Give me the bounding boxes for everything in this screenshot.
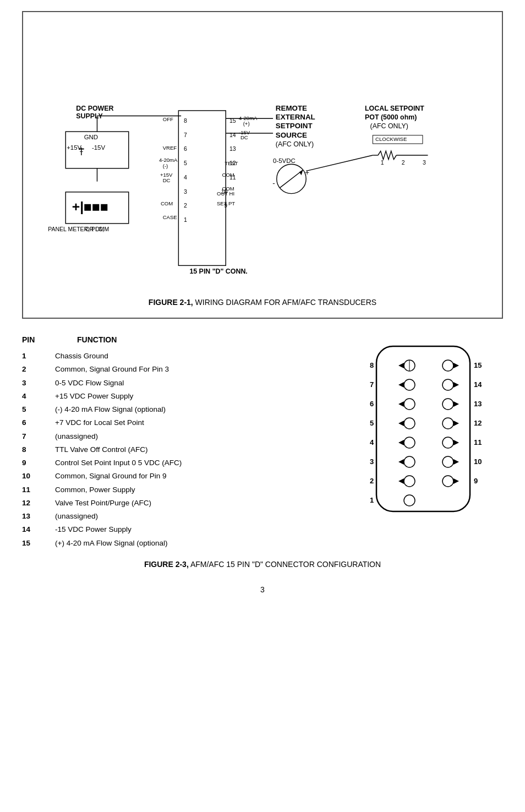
pin-function: (unassigned) — [55, 511, 338, 522]
pin-function: 0-5 VDC Flow Signal — [55, 378, 338, 389]
svg-point-109 — [442, 456, 453, 467]
pin-function: (-) 4-20 mA Flow Signal (optional) — [55, 404, 338, 415]
pin-function: (unassigned) — [55, 431, 338, 442]
svg-text:GND: GND — [84, 134, 98, 140]
table-row: 15(+) 4-20 mA Flow Signal (optional) — [22, 538, 338, 549]
pin-function: Chassis Ground — [55, 351, 338, 362]
func-col-header: FUNCTION — [77, 335, 117, 344]
pin-rows: 1Chassis Ground2Common, Signal Ground Fo… — [22, 351, 338, 549]
svg-text:OUT HI: OUT HI — [217, 190, 234, 197]
svg-text:1: 1 — [381, 160, 384, 166]
svg-text:+|■■■: +|■■■ — [72, 199, 108, 214]
wiring-diagram: DC POWER SUPPLY GND +15V -15V +|■■■ PANE… — [34, 23, 491, 289]
svg-marker-112 — [453, 478, 459, 484]
svg-text:2: 2 — [402, 160, 405, 166]
svg-text:COM: COM — [161, 200, 173, 206]
pin-number: 9 — [22, 457, 44, 468]
connector-diagram-svg: 8 7 6 5 4 3 2 1 15 — [360, 335, 503, 522]
svg-text:8: 8 — [370, 361, 374, 369]
connector-diagram: 8 7 6 5 4 3 2 1 15 — [360, 335, 503, 524]
pin-number: 1 — [22, 351, 44, 362]
table-row: 11Common, Power Supply — [22, 484, 338, 495]
svg-text:3: 3 — [370, 457, 374, 466]
pin-function: Common, Signal Ground For Pin 3 — [55, 364, 338, 375]
svg-marker-110 — [453, 459, 459, 465]
svg-text:9: 9 — [474, 477, 478, 485]
svg-text:5: 5 — [370, 419, 374, 427]
svg-text:SOURCE: SOURCE — [276, 131, 307, 139]
table-row: 1Chassis Ground — [22, 351, 338, 362]
pin-number: 12 — [22, 498, 44, 509]
svg-text:8: 8 — [184, 118, 187, 124]
pin-function: Valve Test Point/Purge (AFC) — [55, 498, 338, 509]
page-number-text: 3 — [260, 585, 265, 594]
svg-marker-89 — [398, 478, 404, 484]
svg-text:SUPPLY: SUPPLY — [76, 112, 103, 120]
table-row: 4+15 VDC Power Supply — [22, 391, 338, 402]
pin-number: 13 — [22, 511, 44, 522]
figure-23-text: AFM/AFC 15 PIN "D" CONNECTOR CONFIGURATI… — [189, 560, 381, 569]
pin-function: TTL Valve Off Control (AFC) — [55, 444, 338, 455]
pin-function: -15 VDC Power Supply — [55, 524, 338, 535]
svg-text:COM: COM — [222, 172, 234, 178]
svg-text:5: 5 — [184, 160, 187, 166]
svg-text:-15V: -15V — [92, 144, 106, 151]
svg-point-82 — [404, 418, 415, 429]
svg-text:1: 1 — [370, 496, 374, 504]
svg-text:(AFC ONLY): (AFC ONLY) — [370, 122, 408, 130]
pin-number: 6 — [22, 417, 44, 428]
table-row: 8TTL Valve Off Control (AFC) — [22, 444, 338, 455]
svg-text:POT (5000 ohm): POT (5000 ohm) — [365, 113, 417, 121]
table-row: 9Control Set Point Input 0 5 VDC (AFC) — [22, 457, 338, 468]
svg-text:OR DMM: OR DMM — [85, 226, 110, 232]
svg-text:2: 2 — [184, 203, 187, 209]
svg-point-88 — [404, 476, 415, 487]
svg-text:2: 2 — [370, 477, 374, 485]
svg-point-78 — [404, 379, 415, 390]
svg-text:(AFC ONLY): (AFC ONLY) — [276, 140, 314, 148]
svg-text:(+): (+) — [243, 121, 250, 127]
svg-text:14: 14 — [474, 380, 482, 389]
figure-2-1-box: DC POWER SUPPLY GND +15V -15V +|■■■ PANE… — [22, 11, 503, 319]
svg-marker-81 — [398, 401, 404, 407]
svg-marker-106 — [453, 421, 459, 426]
svg-text:11: 11 — [474, 438, 482, 446]
table-row: 13(unassigned) — [22, 511, 338, 522]
svg-text:15: 15 — [474, 361, 482, 369]
svg-point-111 — [442, 476, 453, 487]
svg-text:7: 7 — [184, 132, 187, 138]
figure-21-caption: FIGURE 2-1, WIRING DIAGRAM FOR AFM/AFC T… — [34, 298, 491, 307]
svg-text:10: 10 — [474, 457, 482, 466]
svg-text:CASE: CASE — [163, 214, 177, 220]
pin-function: Control Set Point Input 0 5 VDC (AFC) — [55, 457, 338, 468]
svg-point-101 — [442, 379, 453, 390]
table-row: 7(unassigned) — [22, 431, 338, 442]
svg-text:4: 4 — [184, 175, 187, 181]
svg-text:DC POWER: DC POWER — [76, 105, 113, 112]
svg-point-99 — [442, 360, 453, 371]
svg-line-73 — [306, 155, 373, 171]
pin-number: 2 — [22, 364, 44, 375]
pin-number: 3 — [22, 378, 44, 389]
svg-text:DC: DC — [163, 177, 171, 183]
svg-text:6: 6 — [370, 400, 374, 408]
svg-text:1: 1 — [184, 217, 187, 223]
svg-text:13: 13 — [474, 400, 482, 408]
figure-21-bold: FIGURE 2-1, — [149, 298, 193, 307]
pin-number: 14 — [22, 524, 44, 535]
svg-text:0-5VDC: 0-5VDC — [273, 157, 296, 164]
svg-marker-87 — [398, 459, 404, 465]
table-row: 12Valve Test Point/Purge (AFC) — [22, 498, 338, 509]
svg-text:13: 13 — [229, 146, 236, 152]
svg-text:+15V: +15V — [67, 144, 81, 151]
svg-text:CLOCKWISE: CLOCKWISE — [375, 136, 407, 142]
svg-text:REMOTE: REMOTE — [276, 104, 307, 112]
pin-function: Common, Power Supply — [55, 484, 338, 495]
svg-text:3: 3 — [184, 189, 187, 195]
svg-point-86 — [404, 456, 415, 467]
pin-number: 8 — [22, 444, 44, 455]
svg-text:7: 7 — [370, 380, 374, 389]
svg-marker-108 — [453, 440, 459, 445]
svg-text:15 PIN "D" CONN.: 15 PIN "D" CONN. — [189, 268, 247, 275]
svg-marker-58 — [299, 170, 303, 176]
